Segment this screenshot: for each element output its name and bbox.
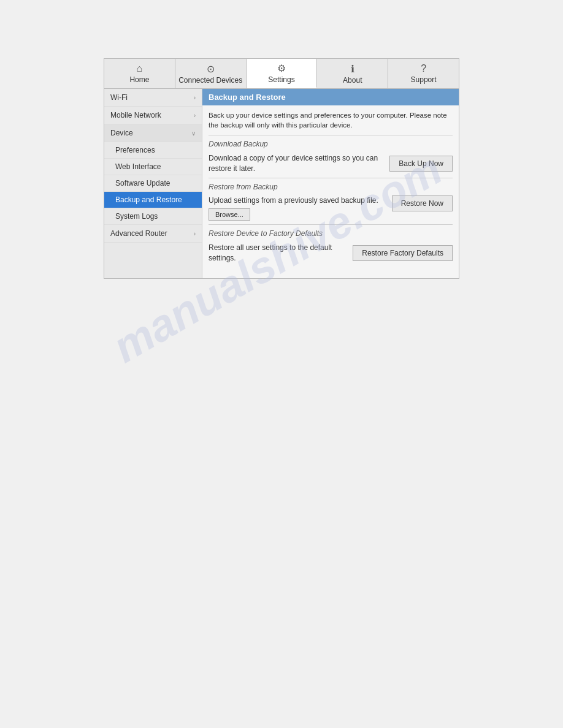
sidebar-item-mobile-network[interactable]: Mobile Network › bbox=[104, 107, 202, 124]
nav-settings[interactable]: ⚙ Settings bbox=[247, 59, 318, 88]
restore-from-backup-subtitle: Restore from Backup bbox=[209, 182, 453, 192]
sidebar-web-interface-label: Web Interface bbox=[115, 162, 161, 171]
sidebar: Wi-Fi › Mobile Network › Device ∨ Prefer… bbox=[104, 89, 202, 278]
support-icon: ? bbox=[421, 63, 426, 74]
download-backup-subtitle: Download Backup bbox=[209, 139, 453, 150]
sidebar-wifi-label: Wi-Fi bbox=[110, 93, 128, 102]
sidebar-software-update-label: Software Update bbox=[115, 179, 170, 188]
panel-title-bar: Backup and Restore bbox=[202, 89, 459, 105]
sidebar-item-software-update[interactable]: Software Update bbox=[104, 175, 202, 192]
settings-icon: ⚙ bbox=[277, 63, 286, 74]
restore-from-backup-section: Restore from Backup Upload settings from… bbox=[209, 182, 453, 221]
factory-defaults-text: Restore all user settings to the default… bbox=[209, 243, 353, 264]
sidebar-item-backup-restore[interactable]: Backup and Restore bbox=[104, 192, 202, 208]
about-icon: ℹ bbox=[351, 63, 354, 75]
divider-3 bbox=[209, 224, 453, 225]
content-area: Wi-Fi › Mobile Network › Device ∨ Prefer… bbox=[104, 89, 459, 279]
panel-title: Backup and Restore bbox=[209, 93, 286, 102]
top-nav: ⌂ Home ⊙ Connected Devices ⚙ Settings ℹ … bbox=[104, 58, 459, 89]
nav-settings-label: Settings bbox=[268, 75, 294, 84]
chevron-right-icon: › bbox=[194, 112, 196, 119]
restore-factory-defaults-button[interactable]: Restore Factory Defaults bbox=[353, 245, 453, 261]
download-backup-section: Download Backup Download a copy of your … bbox=[209, 139, 453, 173]
restore-now-button[interactable]: Restore Now bbox=[392, 195, 453, 211]
sidebar-item-preferences[interactable]: Preferences bbox=[104, 142, 202, 159]
divider-1 bbox=[209, 135, 453, 135]
factory-defaults-subtitle: Restore Device to Factory Defaults bbox=[209, 229, 453, 239]
divider-2 bbox=[209, 178, 453, 178]
sidebar-mobile-label: Mobile Network bbox=[110, 111, 161, 119]
connected-devices-icon: ⊙ bbox=[207, 63, 215, 75]
nav-connected-devices-label: Connected Devices bbox=[178, 76, 242, 85]
nav-about-label: About bbox=[343, 76, 362, 85]
restore-backup-row: Upload settings from a previously saved … bbox=[209, 195, 453, 221]
main-panel: Backup and Restore Back up your device s… bbox=[202, 89, 459, 278]
nav-connected-devices[interactable]: ⊙ Connected Devices bbox=[175, 59, 247, 88]
download-backup-text: Download a copy of your device settings … bbox=[209, 153, 389, 174]
sidebar-item-wifi[interactable]: Wi-Fi › bbox=[104, 89, 202, 107]
chevron-down-icon: ∨ bbox=[191, 130, 196, 137]
nav-support[interactable]: ? Support bbox=[388, 59, 459, 88]
home-icon: ⌂ bbox=[137, 63, 143, 74]
factory-defaults-row: Restore all user settings to the default… bbox=[209, 243, 453, 264]
sidebar-item-system-logs[interactable]: System Logs bbox=[104, 208, 202, 225]
sidebar-device-label: Device bbox=[110, 129, 133, 137]
restore-backup-text: Upload settings from a previously saved … bbox=[209, 195, 392, 206]
chevron-right-icon: › bbox=[194, 94, 196, 101]
nav-support-label: Support bbox=[411, 75, 437, 84]
sidebar-item-web-interface[interactable]: Web Interface bbox=[104, 159, 202, 175]
sidebar-backup-restore-label: Backup and Restore bbox=[115, 195, 182, 204]
sidebar-advanced-router-label: Advanced Router bbox=[110, 229, 167, 238]
factory-defaults-section: Restore Device to Factory Defaults Resto… bbox=[209, 229, 453, 263]
sidebar-preferences-label: Preferences bbox=[115, 146, 155, 154]
restore-backup-left: Upload settings from a previously saved … bbox=[209, 195, 392, 221]
sidebar-system-logs-label: System Logs bbox=[115, 212, 158, 221]
main-container: ⌂ Home ⊙ Connected Devices ⚙ Settings ℹ … bbox=[104, 58, 459, 279]
sidebar-item-device[interactable]: Device ∨ bbox=[104, 124, 202, 142]
panel-body: Back up your device settings and prefere… bbox=[202, 105, 459, 272]
sidebar-item-advanced-router[interactable]: Advanced Router › bbox=[104, 225, 202, 243]
chevron-right-icon: › bbox=[194, 230, 196, 237]
download-backup-row: Download a copy of your device settings … bbox=[209, 153, 453, 174]
browse-button[interactable]: Browse... bbox=[209, 208, 250, 221]
back-up-now-button[interactable]: Back Up Now bbox=[389, 156, 453, 172]
nav-home-label: Home bbox=[129, 75, 149, 84]
panel-description: Back up your device settings and prefere… bbox=[209, 110, 453, 130]
nav-about[interactable]: ℹ About bbox=[317, 59, 388, 88]
nav-home[interactable]: ⌂ Home bbox=[104, 59, 175, 88]
